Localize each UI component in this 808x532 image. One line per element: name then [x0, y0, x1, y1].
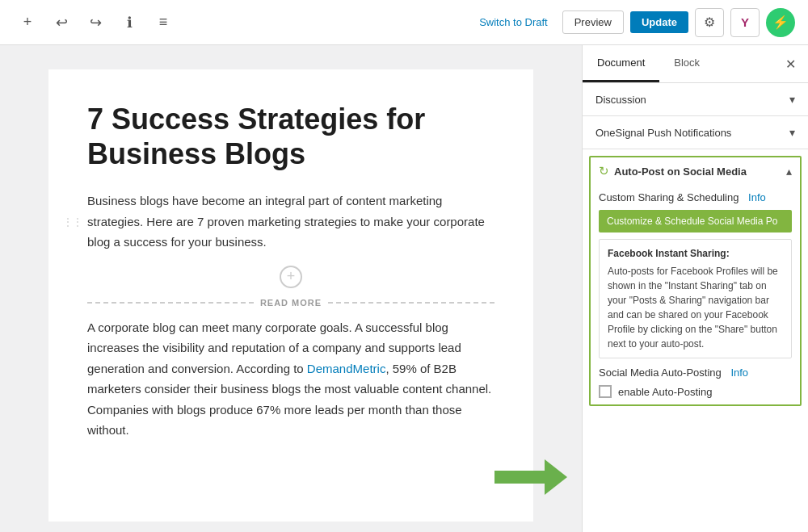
custom-sharing-label: Custom Sharing & Scheduling [599, 191, 739, 203]
add-block-area: + [87, 266, 494, 288]
update-button[interactable]: Update [630, 11, 688, 33]
paragraph-block-2: A corporate blog can meet many corporate… [87, 317, 494, 441]
add-block-button[interactable]: + [13, 8, 42, 37]
undo-icon: ↩ [56, 14, 68, 31]
redo-button[interactable]: ↪ [81, 8, 110, 37]
switch-to-draft-button[interactable]: Switch to Draft [471, 11, 556, 33]
onesignal-chevron-icon: ▾ [789, 126, 795, 139]
autopost-title: Auto-Post on Social Media [614, 165, 747, 178]
gear-icon: ⚙ [704, 15, 715, 30]
read-more-label: READ MORE [260, 298, 322, 308]
social-auto-label: Social Media Auto-Posting [599, 367, 722, 379]
redo-icon: ↪ [90, 14, 102, 31]
post-title[interactable]: 7 Success Strategies for Business Blogs [87, 102, 494, 171]
autopost-collapse-button[interactable]: ▴ [786, 165, 792, 178]
settings-button[interactable]: ⚙ [695, 8, 724, 37]
editor-inner: 7 Success Strategies for Business Blogs … [48, 69, 533, 522]
svg-marker-1 [545, 459, 567, 495]
toolbar: + ↩ ↪ ℹ ≡ Switch to Draft Preview Update… [0, 0, 808, 45]
svg-rect-0 [494, 471, 545, 484]
add-block-circle[interactable]: + [280, 266, 302, 288]
sidebar: Document Block ✕ Discussion ▾ OneSignal … [582, 45, 808, 532]
onesignal-section-header[interactable]: OneSignal Push Notifications ▾ [583, 116, 808, 149]
menu-icon: ≡ [159, 14, 168, 31]
autopost-icon: ↻ [599, 164, 609, 178]
custom-sharing-info-link[interactable]: Info [748, 191, 766, 203]
facebook-box-title: Facebook Instant Sharing: [608, 246, 783, 261]
autopost-header: ↻ Auto-Post on Social Media ▴ [591, 157, 800, 185]
amp-icon: ⚡ [772, 15, 789, 30]
toolbar-right: Switch to Draft Preview Update ⚙ Y ⚡ [471, 8, 795, 37]
paragraph-block-1: ⋮⋮ Business blogs have become an integra… [87, 191, 494, 253]
enable-autoposting-label: enable Auto-Posting [618, 386, 712, 398]
add-icon: + [23, 14, 32, 31]
yoast-button[interactable]: Y [730, 8, 760, 37]
toolbar-left: + ↩ ↪ ℹ ≡ [13, 8, 465, 37]
discussion-section-header[interactable]: Discussion ▾ [583, 83, 808, 115]
discussion-section: Discussion ▾ [583, 83, 808, 116]
facebook-box: Facebook Instant Sharing: Auto-posts for… [599, 239, 792, 358]
info-button[interactable]: ℹ [115, 8, 144, 37]
yoast-icon: Y [741, 15, 749, 29]
custom-sharing-row: Custom Sharing & Scheduling Info [599, 191, 792, 203]
customize-schedule-button[interactable]: Customize & Schedule Social Media Po [599, 210, 792, 232]
undo-button[interactable]: ↩ [47, 8, 76, 37]
enable-autoposting-checkbox[interactable] [599, 385, 612, 398]
autopost-title-wrap: ↻ Auto-Post on Social Media [599, 164, 747, 178]
autopost-body: Custom Sharing & Scheduling Info Customi… [591, 185, 800, 404]
green-arrow [494, 459, 567, 498]
discussion-title: Discussion [595, 94, 646, 106]
menu-button[interactable]: ≡ [149, 8, 178, 37]
amp-button[interactable]: ⚡ [766, 8, 795, 37]
preview-button[interactable]: Preview [562, 10, 624, 34]
onesignal-section: OneSignal Push Notifications ▾ [583, 116, 808, 149]
demandmetric-link[interactable]: DemandMetric [307, 362, 386, 375]
post-body-2[interactable]: A corporate blog can meet many corporate… [87, 317, 494, 441]
post-body-1[interactable]: Business blogs have become an integral p… [87, 191, 494, 253]
sidebar-close-button[interactable]: ✕ [779, 52, 802, 75]
sidebar-scroll: Discussion ▾ OneSignal Push Notification… [583, 83, 808, 532]
info-icon: ℹ [127, 14, 133, 31]
main-area: 7 Success Strategies for Business Blogs … [0, 45, 808, 532]
tab-block[interactable]: Block [659, 45, 714, 82]
drag-handle-1[interactable]: ⋮⋮ [63, 216, 82, 228]
sidebar-header: Document Block ✕ [583, 45, 808, 83]
onesignal-title: OneSignal Push Notifications [595, 127, 731, 139]
tab-document[interactable]: Document [583, 45, 659, 82]
discussion-chevron-icon: ▾ [789, 93, 795, 106]
social-auto-info-link[interactable]: Info [730, 367, 748, 379]
read-more-divider[interactable]: READ MORE [87, 298, 494, 308]
social-auto-row: Social Media Auto-Posting Info [599, 367, 792, 379]
facebook-box-body: Auto-posts for Facebook Profiles will be… [608, 264, 783, 351]
autopost-section: ↻ Auto-Post on Social Media ▴ Custom Sha… [589, 156, 802, 406]
enable-autoposting-row: enable Auto-Posting [599, 385, 792, 398]
